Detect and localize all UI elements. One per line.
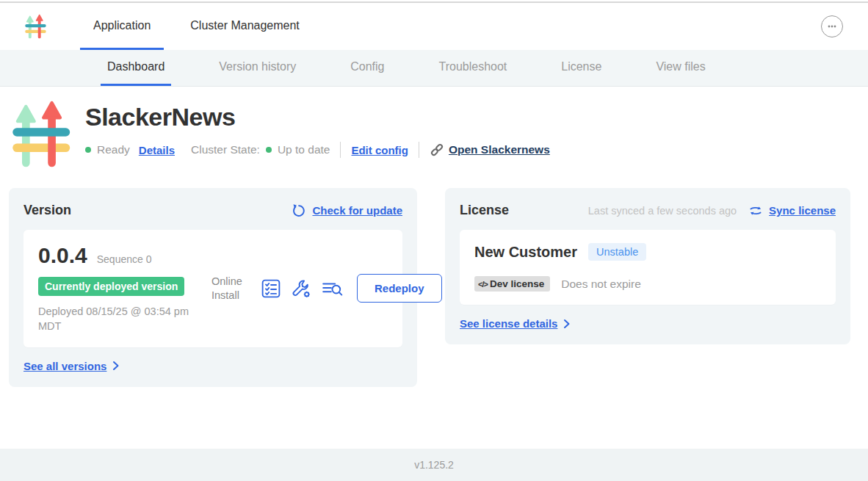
- sequence-label: Sequence 0: [97, 253, 152, 265]
- app-hero: SlackerNews Ready Details Cluster State:…: [0, 87, 868, 168]
- tab-application[interactable]: Application: [80, 3, 164, 50]
- page-title: SlackerNews: [85, 103, 550, 131]
- current-version-panel: 0.0.4 Sequence 0 Currently deployed vers…: [23, 230, 402, 347]
- subnav-tab-troubleshoot[interactable]: Troubleshoot: [432, 50, 513, 86]
- chevron-right-icon: [112, 361, 119, 371]
- overflow-menu-button[interactable]: [821, 15, 843, 37]
- details-link[interactable]: Details: [139, 144, 175, 156]
- license-type-badge: </> Dev license: [474, 276, 550, 292]
- preflight-checks-icon[interactable]: [261, 279, 281, 298]
- license-expiry-text: Does not expire: [561, 278, 641, 291]
- config-tools-icon[interactable]: [291, 278, 311, 299]
- console-version: v1.125.2: [414, 459, 454, 471]
- app-status-dot: [85, 147, 91, 153]
- slackernews-logo-icon: [24, 14, 46, 39]
- divider: [419, 142, 419, 158]
- edit-config-link[interactable]: Edit config: [351, 144, 408, 156]
- app-logo: [10, 100, 70, 168]
- deployed-badge: Currently deployed version: [38, 277, 184, 296]
- open-app-link[interactable]: Open Slackernews: [449, 143, 550, 156]
- cluster-state-dot: [266, 147, 272, 153]
- check-for-update-link[interactable]: Check for update: [312, 204, 402, 217]
- license-card: License Last synced a few seconds ago Sy…: [445, 188, 850, 344]
- cluster-state-text: Up to date: [278, 143, 330, 156]
- customer-name: New Customer: [474, 244, 577, 261]
- refresh-icon: [292, 203, 306, 218]
- subnav-tab-view-files[interactable]: View files: [649, 50, 712, 86]
- subnav-tab-dashboard[interactable]: Dashboard: [101, 50, 171, 86]
- subnav-tab-version-history[interactable]: Version history: [212, 50, 303, 86]
- primary-nav: Application Cluster Management: [80, 3, 313, 50]
- last-synced-text: Last synced a few seconds ago: [588, 205, 737, 217]
- divider: [340, 142, 341, 158]
- sync-icon: [748, 204, 763, 217]
- app-subnav: Dashboard Version history Config Trouble…: [0, 50, 868, 87]
- brand-logo[interactable]: [24, 14, 46, 39]
- version-card-title: Version: [23, 203, 71, 218]
- license-card-title: License: [460, 203, 509, 218]
- code-icon: </>: [478, 280, 488, 289]
- sync-license-link[interactable]: Sync license: [769, 204, 836, 217]
- view-logs-icon[interactable]: [322, 279, 344, 298]
- dashboard-cards: Version Check for update 0.0.4 Sequence …: [9, 188, 850, 387]
- see-all-versions-link[interactable]: See all versions: [23, 360, 106, 372]
- cluster-state-label: Cluster State:: [191, 143, 260, 156]
- ellipsis-icon: [826, 21, 838, 32]
- version-card: Version Check for update 0.0.4 Sequence …: [9, 188, 417, 387]
- license-details-panel: New Customer Unstable </> Dev license Do…: [460, 230, 836, 305]
- see-license-details-link[interactable]: See license details: [460, 317, 557, 330]
- app-status-text: Ready: [97, 143, 130, 156]
- channel-badge: Unstable: [588, 243, 646, 261]
- tab-cluster-management[interactable]: Cluster Management: [177, 3, 313, 50]
- chevron-right-icon: [563, 319, 570, 329]
- app-status-row: Ready Details Cluster State: Up to date …: [85, 142, 550, 158]
- subnav-tab-license[interactable]: License: [554, 50, 608, 86]
- version-number: 0.0.4: [38, 243, 87, 268]
- deployed-timestamp: Deployed 08/15/25 @ 03:54 pm MDT: [38, 304, 203, 334]
- subnav-tab-config[interactable]: Config: [344, 50, 391, 86]
- install-type-label: Online Install: [211, 275, 250, 303]
- link-icon: [430, 142, 444, 157]
- redeploy-button[interactable]: Redeploy: [357, 274, 442, 303]
- app-header: Application Cluster Management: [0, 3, 868, 50]
- console-footer: v1.125.2: [0, 449, 868, 481]
